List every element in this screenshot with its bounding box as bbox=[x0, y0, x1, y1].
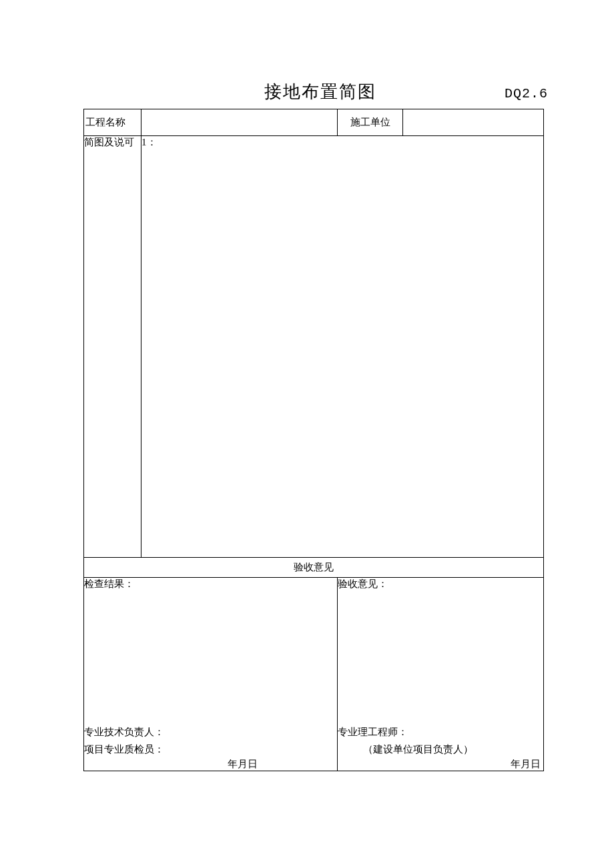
qc-inspector-label: 项目专业质检员： bbox=[84, 741, 337, 759]
diagram-area[interactable]: 1： bbox=[141, 136, 544, 558]
owner-pm-note: （建设单位项目负责人） bbox=[338, 741, 543, 759]
diagram-scale-prefix: 1： bbox=[141, 137, 157, 147]
acceptance-opinion-heading: 验收意见： bbox=[338, 578, 543, 590]
inspection-result-cell[interactable]: 检查结果： 专业技术负责人： 项目专业质检员： 年月日 bbox=[84, 578, 338, 771]
left-date: 年月日 bbox=[84, 758, 337, 771]
label-diagram: 简图及说可 bbox=[84, 136, 141, 558]
value-project-name[interactable] bbox=[141, 109, 338, 136]
page-title: 接地布置简图 bbox=[83, 80, 505, 103]
document-code: DQ2.6 bbox=[505, 86, 548, 101]
supervising-engineer-label: 专业理工程师： bbox=[338, 724, 543, 741]
tech-leader-label: 专业技术负责人： bbox=[84, 724, 337, 741]
label-contractor: 施工单位 bbox=[338, 109, 403, 136]
acceptance-opinion-header: 验收意见 bbox=[84, 558, 544, 578]
inspection-result-heading: 检查结果： bbox=[84, 578, 337, 590]
acceptance-opinion-cell[interactable]: 验收意见： 专业理工程师： （建设单位项目负责人） 年月日 bbox=[338, 578, 544, 771]
right-date: 年月日 bbox=[338, 758, 543, 771]
value-contractor[interactable] bbox=[403, 109, 544, 136]
form-table: 工程名称 施工单位 简图及说可 1： 验收意见 检查结果： 专业技术负责人： bbox=[83, 109, 544, 771]
label-project-name: 工程名称 bbox=[84, 109, 141, 136]
